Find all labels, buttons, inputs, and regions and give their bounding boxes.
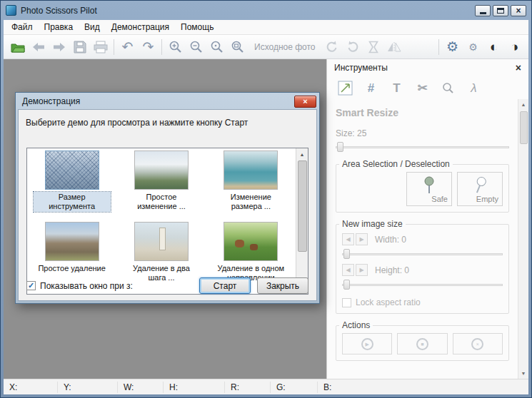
resize-tool-button[interactable]: [336, 78, 355, 98]
scroll-up-icon[interactable]: ▲: [518, 99, 529, 110]
actions-group-title: Actions: [339, 320, 373, 330]
demo-list: Размер инструмента Простое изменение ...…: [26, 148, 308, 295]
window-title: Photo Scissors Pilot: [21, 6, 97, 16]
list-scrollbar[interactable]: ▲ ▼: [296, 148, 308, 294]
show-on-start-checkbox[interactable]: ✓: [26, 281, 36, 290]
panel-body: Smart Resize Size: 25 Area Selection / D…: [327, 101, 518, 379]
scroll-up-icon[interactable]: ▲: [296, 148, 308, 160]
new-image-size-group: New image size ◀ ▶ Width: 0: [336, 224, 509, 314]
demo-dialog: Демонстрация × Выберите демо для просмот…: [15, 92, 320, 304]
height-decrease-button[interactable]: ◀: [342, 264, 354, 276]
settings-small-button[interactable]: ⚙: [463, 37, 483, 56]
maximize-icon: [497, 8, 504, 14]
text-tool-button[interactable]: T: [387, 78, 406, 98]
left-arrow-icon: ◀: [346, 267, 350, 273]
scissors-tool-button[interactable]: ✂: [413, 78, 432, 98]
new-size-group-title: New image size: [339, 219, 406, 229]
demo-thumbnail: [224, 222, 278, 261]
status-b: B:: [318, 382, 528, 393]
panel-scrollbar[interactable]: ▲ ▼: [518, 99, 528, 379]
contrast-button[interactable]: ◐: [483, 37, 504, 56]
empty-label: Empty: [476, 195, 498, 203]
printer-icon: [94, 41, 108, 53]
flip-horizontal-icon: [387, 42, 401, 52]
zoom-out-button[interactable]: [186, 37, 206, 56]
minimize-button[interactable]: [475, 5, 491, 16]
hourglass-icon: [368, 41, 378, 53]
back-button[interactable]: [28, 37, 49, 56]
close-button[interactable]: ×: [511, 5, 526, 16]
height-slider[interactable]: [342, 279, 503, 290]
width-increase-button[interactable]: ▶: [356, 233, 368, 245]
safe-button[interactable]: Safe: [406, 172, 452, 206]
empty-button[interactable]: Empty: [457, 172, 503, 206]
flip-horizontal-button[interactable]: [384, 37, 405, 56]
maximize-button[interactable]: [493, 5, 508, 16]
play-button[interactable]: ▶: [342, 333, 392, 354]
dialog-body: Выберите демо для просмотра и нажмите кн…: [18, 109, 317, 301]
grid-tool-button[interactable]: #: [361, 78, 381, 98]
zoom-fit-button[interactable]: [227, 37, 248, 56]
zoom-actual-button[interactable]: [206, 37, 227, 56]
slider-thumb[interactable]: [337, 142, 343, 152]
width-decrease-button[interactable]: ◀: [342, 233, 354, 245]
height-increase-button[interactable]: ▶: [356, 264, 368, 276]
print-button[interactable]: [90, 37, 111, 56]
check-icon: ✓: [28, 281, 34, 290]
text-tool-icon: T: [393, 82, 400, 94]
height-label: Height: 0: [375, 265, 409, 275]
status-y: Y:: [58, 382, 118, 393]
slider-track: [336, 146, 509, 148]
demo-item-simple-change[interactable]: Простое изменение ...: [116, 150, 206, 222]
height-spinner: ◀ ▶: [342, 264, 368, 276]
redo-button[interactable]: ↷: [138, 37, 159, 56]
right-arrow-icon: ▶: [359, 267, 363, 273]
slider-thumb[interactable]: [343, 249, 350, 259]
cancel-button[interactable]: ×: [453, 333, 503, 354]
scrollbar-thumb[interactable]: [520, 111, 528, 144]
menu-demo[interactable]: Демонстрация: [106, 21, 175, 34]
start-button[interactable]: Старт: [199, 277, 251, 294]
save-icon: [74, 41, 86, 53]
menu-file[interactable]: Файл: [6, 21, 39, 34]
scissors-icon: ✂: [417, 82, 427, 94]
settings-button[interactable]: ⚙: [442, 37, 463, 56]
dialog-close-button[interactable]: ×: [294, 96, 316, 108]
panel-title: Инструменты: [334, 63, 388, 73]
slider-thumb[interactable]: [343, 280, 350, 290]
rotate-cw-button[interactable]: [343, 37, 363, 56]
zoom-in-button[interactable]: [165, 37, 186, 56]
lock-aspect-row: Lock aspect ratio: [342, 297, 503, 307]
minimize-icon: [480, 12, 486, 14]
area-group-title: Area Selection / Deselection: [339, 159, 453, 169]
menu-view[interactable]: Вид: [79, 21, 106, 34]
menu-edit[interactable]: Правка: [39, 21, 79, 34]
invert-icon: ◑: [511, 40, 518, 53]
statusbar: X: Y: W: H: R: G: B:: [4, 379, 528, 394]
width-label: Width: 0: [375, 235, 406, 245]
safe-label: Safe: [431, 195, 448, 203]
undo-button[interactable]: ↶: [117, 37, 138, 56]
scrollbar-thumb[interactable]: [298, 160, 307, 252]
lock-aspect-checkbox[interactable]: [342, 298, 351, 307]
height-row: ◀ ▶ Height: 0: [342, 264, 503, 276]
zoom-tool-button[interactable]: [438, 78, 458, 98]
dialog-close-action-button[interactable]: Закрыть: [257, 277, 308, 294]
demo-item-resize[interactable]: Изменение размера ...: [206, 150, 296, 222]
invert-button[interactable]: ◑: [504, 37, 525, 56]
size-slider[interactable]: [336, 141, 509, 153]
hourglass-button[interactable]: [363, 37, 384, 56]
open-button[interactable]: [7, 37, 28, 56]
width-spinner: ◀ ▶: [342, 233, 368, 245]
path-tool-button[interactable]: λ: [464, 78, 483, 98]
panel-close-button[interactable]: ×: [514, 63, 523, 73]
stop-button[interactable]: ■: [397, 333, 447, 354]
scroll-down-icon[interactable]: ▼: [518, 368, 529, 379]
forward-button[interactable]: [49, 37, 69, 56]
menu-help[interactable]: Помощь: [175, 21, 219, 34]
demo-item-tool-size[interactable]: Размер инструмента: [27, 150, 116, 222]
width-slider[interactable]: [342, 248, 503, 260]
save-button[interactable]: [69, 37, 90, 56]
back-arrow-icon: [31, 42, 46, 52]
rotate-ccw-button[interactable]: [322, 37, 343, 56]
